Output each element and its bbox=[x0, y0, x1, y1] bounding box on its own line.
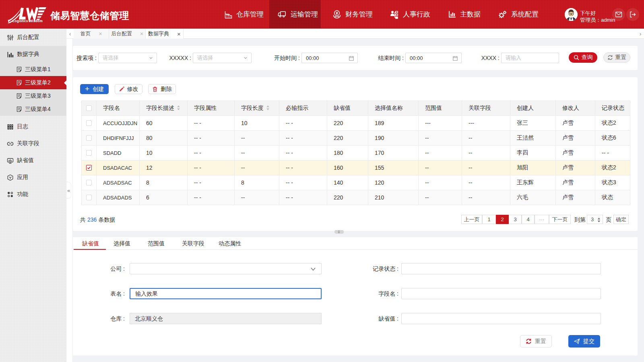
svg-text:Logistics Wisdom: Logistics Wisdom bbox=[12, 19, 43, 23]
